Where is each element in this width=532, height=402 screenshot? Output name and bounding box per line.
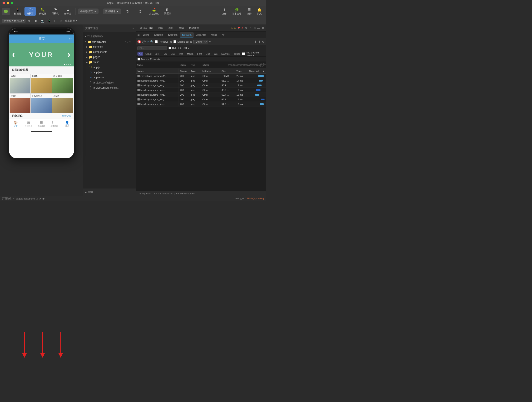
tab-problems[interactable]: 问题 xyxy=(156,25,165,31)
type-ws[interactable]: WS xyxy=(212,52,219,56)
table-row[interactable]: huodongxiangmu_feng... 200 jpeg Other 65… xyxy=(136,78,266,83)
hot-reload-selector[interactable]: 热重载 开 ▾ xyxy=(65,19,77,22)
components-folder[interactable]: ▶ 📁 components xyxy=(83,49,136,55)
console-arrow-icon[interactable]: ⇄ xyxy=(138,33,139,36)
type-js[interactable]: JS xyxy=(163,52,168,56)
type-css[interactable]: CSS xyxy=(169,52,177,56)
devtools-settings-icon[interactable]: ⚙ xyxy=(245,26,247,30)
copy-path-icon[interactable]: □ xyxy=(36,197,38,200)
mp-weixin-folder[interactable]: ▼ 📁 MP-WEIXIN + □ ↻ ⋮ xyxy=(83,39,136,44)
type-cloud[interactable]: Cloud xyxy=(144,52,153,56)
filter-input[interactable] xyxy=(138,46,167,50)
type-img[interactable]: Img xyxy=(178,52,185,56)
th-type[interactable]: Type xyxy=(189,69,201,73)
device-selector[interactable]: iPhone X 85% 16 ▾ xyxy=(2,19,25,23)
network-tab-network[interactable]: Network xyxy=(180,32,194,38)
editor-btn[interactable]: </> 编辑器 xyxy=(25,7,36,16)
simulator-btn[interactable]: 📱 模拟器 xyxy=(12,7,23,16)
type-doc[interactable]: Doc xyxy=(204,52,211,56)
collapse-all-icon[interactable]: ⋮ xyxy=(132,40,134,43)
record-btn[interactable]: ⏺ xyxy=(33,19,38,23)
network-tab-more[interactable]: >> xyxy=(219,32,227,37)
cloud-btn[interactable]: ☁ 云开发 xyxy=(62,7,73,16)
network-settings-icon[interactable]: ⚙ xyxy=(262,40,265,44)
bottom-preview-icon[interactable]: ◉ xyxy=(42,197,44,200)
devtools-close-icon[interactable]: ✕ xyxy=(262,26,264,30)
hide-data-urls-checkbox[interactable] xyxy=(169,47,171,49)
more-options-icon[interactable]: ··· xyxy=(132,27,134,30)
record-icon[interactable]: ⊙ xyxy=(69,37,72,40)
preview-btn[interactable]: ⊙ xyxy=(135,8,146,14)
refresh-btn[interactable]: ↻ xyxy=(122,8,133,15)
project-config-file[interactable]: {} project.config.json xyxy=(83,80,136,85)
refresh-tree-icon[interactable]: ↻ xyxy=(129,40,131,43)
version-btn[interactable]: 🌿 版本管理 xyxy=(230,7,243,16)
screenshot-btn[interactable]: 📷 xyxy=(40,19,45,23)
mobile-btn[interactable]: 📱 xyxy=(47,19,52,23)
debugger-btn[interactable]: 🐛 调试器 xyxy=(37,7,48,16)
grid-item-6[interactable]: 标题3 xyxy=(52,94,73,113)
new-file-icon[interactable]: + xyxy=(125,40,126,43)
more-icon[interactable]: ··· xyxy=(65,37,67,40)
type-all[interactable]: All xyxy=(138,52,143,56)
th-waterfall[interactable]: Waterfall ▲ xyxy=(248,69,266,73)
nav-profile[interactable]: 👤 我的 xyxy=(61,119,74,129)
project-private-file[interactable]: {} project.private.config... xyxy=(83,85,136,90)
filter-icon[interactable]: ▽ xyxy=(147,40,149,43)
nav-activities[interactable]: ☰ 活动项目 xyxy=(35,119,48,129)
devtools-more-icon[interactable]: ⋮ xyxy=(249,26,252,30)
remote-btn[interactable]: ⛳ 真机调试 xyxy=(147,7,161,16)
appwxss-file[interactable]: ≡ app.wxss xyxy=(83,75,136,80)
upload-btn[interactable]: ⬆ 上传 xyxy=(220,7,228,16)
search-network-icon[interactable]: 🔍 xyxy=(150,40,154,43)
tab-debugger[interactable]: 调试器 12 xyxy=(138,25,155,31)
compile-selector[interactable]: 普通编译 ▼ xyxy=(103,8,121,14)
network-tab-sources[interactable]: Sources xyxy=(166,32,180,37)
common-folder[interactable]: ▶ 📁 common xyxy=(83,44,136,49)
new-folder-icon[interactable]: □ xyxy=(127,40,128,43)
blocked-requests-checkbox[interactable] xyxy=(138,58,140,60)
type-other[interactable]: Other xyxy=(233,52,241,56)
tab-terminal[interactable]: 终端 xyxy=(177,25,186,31)
banner-next[interactable]: ❯ xyxy=(67,52,71,57)
th-time[interactable]: Time xyxy=(235,69,248,73)
throttle-dropdown-icon[interactable]: ▼ xyxy=(209,40,211,43)
type-media[interactable]: Media xyxy=(186,52,195,56)
table-row[interactable]: huodongxiangmu_feng... 200 jpeg Other 65… xyxy=(136,88,266,92)
type-font[interactable]: Font xyxy=(196,52,203,56)
rotate-btn[interactable]: ↺ xyxy=(27,19,32,23)
banner-prev[interactable]: ❮ xyxy=(12,52,16,57)
disable-cache-checkbox[interactable] xyxy=(173,40,176,43)
table-row[interactable]: huodongxiangmu_feng... 200 jpeg Other 59… xyxy=(136,92,266,97)
preserve-log-checkbox[interactable] xyxy=(155,40,158,43)
nav-home[interactable]: 🏠 首页 xyxy=(9,119,22,129)
th-name[interactable]: Name xyxy=(136,69,179,73)
type-xhr[interactable]: XHR xyxy=(154,52,162,56)
appjs-file[interactable]: JS app.js xyxy=(83,65,136,70)
record-network-btn[interactable]: ⏺ xyxy=(138,40,141,44)
download-arrow-icon[interactable]: ⬇ xyxy=(258,40,261,44)
type-manifest[interactable]: Manifest xyxy=(220,52,232,56)
devtools-undock-icon[interactable]: ⎘ xyxy=(254,26,255,30)
appjson-file[interactable]: {} app.json xyxy=(83,70,136,75)
grid-item-3[interactable]: 职位测试 xyxy=(52,74,73,93)
tablet-btn[interactable]: □ xyxy=(54,19,57,23)
grid-item-1[interactable]: 标题6 xyxy=(10,74,31,93)
close-button[interactable] xyxy=(3,2,5,4)
table-row[interactable]: huodongxiangmu_feng... 200 jpeg Other 65… xyxy=(136,97,266,102)
pages-folder[interactable]: ▶ 📁 pages xyxy=(83,55,136,60)
mode-selector[interactable]: 小程序模式 ▼ xyxy=(78,8,99,14)
footer-right[interactable]: 查看更多 xyxy=(62,114,71,118)
grid-item-4[interactable]: 标题4 xyxy=(10,94,31,113)
grid-item-2[interactable]: 标题5 xyxy=(31,74,52,93)
message-btn[interactable]: 🔔 消息 xyxy=(255,7,264,16)
nav-jobs[interactable]: ⊞ 职业职位 xyxy=(22,119,35,129)
tab-output[interactable]: 输出 xyxy=(166,25,176,31)
network-throttle-select[interactable]: Online xyxy=(193,40,208,44)
th-initiator[interactable]: Initiator xyxy=(201,69,220,73)
nav-forum[interactable]: ⋮⋮ 交流论坛 xyxy=(48,119,61,129)
has-blocked-checkbox[interactable] xyxy=(242,52,245,55)
table-row[interactable]: huodongxiangmu_feng... 200 jpeg Other 54… xyxy=(136,102,266,107)
network-tab-wxml[interactable]: Wxml xyxy=(141,32,152,37)
th-status[interactable]: Status xyxy=(179,69,189,73)
